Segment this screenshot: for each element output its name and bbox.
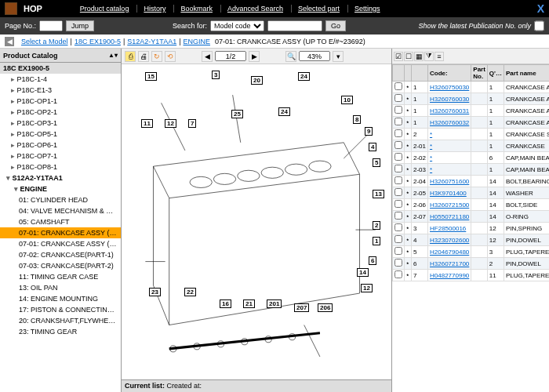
tree-sub-item[interactable]: 05: CAMSHAFT	[0, 216, 121, 227]
part-code-link[interactable]: *	[430, 166, 432, 173]
table-row[interactable]: ⭑4H323070260012PIN,DOWEL	[393, 234, 550, 246]
zoom-level[interactable]	[299, 51, 330, 61]
callout[interactable]: 7	[188, 119, 196, 128]
tree-item[interactable]: P18C-OP3-1	[0, 118, 121, 129]
go-button[interactable]: Go	[325, 20, 346, 31]
bookmark-icon[interactable]: ⭑	[405, 105, 412, 117]
row-checkbox[interactable]	[394, 200, 402, 208]
part-code-link[interactable]: H3260760032	[430, 119, 469, 126]
table-row[interactable]: ⭑2-07H055072118014O-RING	[393, 211, 550, 223]
part-code-link[interactable]: *	[430, 154, 432, 162]
check-all-icon[interactable]: ☑	[394, 52, 403, 61]
callout[interactable]: 11	[141, 119, 153, 128]
grid-icon[interactable]: ▦	[414, 52, 424, 61]
callout[interactable]: 22	[184, 288, 196, 296]
export-icon[interactable]: ⎙	[125, 51, 136, 62]
callout[interactable]: 4	[369, 143, 376, 151]
tree-item[interactable]: P18C-OP5-1	[0, 129, 121, 140]
crumb-engine[interactable]: ENGINE	[184, 38, 211, 45]
tree-item-expanded[interactable]: S12A2-Y1TAA1	[0, 172, 121, 183]
bookmark-icon[interactable]: ⭑	[405, 129, 412, 140]
part-code-link[interactable]: H3260760031	[430, 107, 469, 114]
callout[interactable]: 3	[212, 71, 220, 79]
row-checkbox[interactable]	[394, 212, 402, 220]
table-row[interactable]: ⭑2-06H326072150014BOLT,SIDE	[393, 199, 550, 211]
part-code-link[interactable]: H3260721700	[430, 260, 469, 267]
callout[interactable]: 5	[373, 158, 380, 167]
uncheck-all-icon[interactable]: ☐	[404, 52, 413, 61]
diagram-viewport[interactable]: 15 3 20 24 11 12 7 25 24 10 8 9 4 5 13 2…	[122, 64, 391, 379]
row-checkbox[interactable]	[394, 165, 402, 172]
bookmark-icon[interactable]: ⭑	[405, 82, 412, 93]
callout[interactable]: 13	[373, 190, 384, 198]
row-checkbox[interactable]	[394, 188, 402, 196]
tree-sub-item[interactable]: 01: CYLINDER HEAD	[0, 194, 121, 205]
search-mode-select[interactable]: Model code	[210, 20, 264, 31]
page-no-input[interactable]	[39, 20, 63, 31]
tree-sub-item[interactable]: 04: VALVE MECHANISM & ROCKER	[0, 205, 121, 216]
bookmark-icon[interactable]: ⭑	[405, 246, 412, 258]
reset-icon[interactable]: ⟲	[165, 51, 176, 62]
callout[interactable]: 10	[341, 96, 353, 104]
row-checkbox[interactable]	[394, 153, 402, 161]
nav-selected-part[interactable]: Selected part	[291, 5, 346, 13]
row-checkbox[interactable]	[394, 235, 402, 243]
part-code-link[interactable]: HF28500016	[430, 225, 466, 232]
row-checkbox[interactable]	[394, 106, 402, 114]
column-header[interactable]: Part name	[504, 65, 549, 82]
tree-item[interactable]: P18C-1-4	[0, 74, 121, 85]
callout[interactable]: 12	[165, 119, 176, 128]
tree-sub-item[interactable]: 13: OIL PAN	[0, 282, 121, 293]
search-input[interactable]	[267, 20, 322, 31]
print-icon[interactable]: 🖨	[138, 51, 149, 62]
prev-page-icon[interactable]: ◀	[202, 51, 213, 62]
tree-root[interactable]: 18C EX1900-5	[0, 63, 121, 74]
table-row[interactable]: ⭑6H32607217002PIN,DOWEL	[393, 258, 550, 270]
callout[interactable]: 14	[357, 268, 369, 277]
row-checkbox[interactable]	[394, 270, 402, 278]
table-row[interactable]: ⭑1H32607600321CRANKCASE ASSY	[393, 117, 550, 129]
bookmark-icon[interactable]: ⭑	[405, 140, 412, 152]
tree-sub-item[interactable]: 07-03: CRANKCASE(PART-2)	[0, 260, 121, 271]
nav-settings[interactable]: Settings	[347, 5, 387, 13]
nav-advanced-search[interactable]: Advanced Search	[220, 5, 289, 13]
tree-sub-parent[interactable]: ENGINE	[0, 183, 121, 194]
row-checkbox[interactable]	[394, 259, 402, 267]
table-row[interactable]: ⭑1H32607600311CRANKCASE ASSY	[393, 105, 550, 117]
table-row[interactable]: ⭑3HF2850001612PIN,SPRING	[393, 223, 550, 234]
tree-sub-item[interactable]: 20: CRANKSHAFT,FLYWHEEL & DA	[0, 315, 121, 326]
column-header[interactable]	[405, 65, 412, 82]
bookmark-icon[interactable]: ⭑	[405, 187, 412, 199]
collapse-sidebar-icon[interactable]: ◀	[5, 37, 14, 46]
tree-item[interactable]: P18C-OP1-1	[0, 96, 121, 107]
column-header[interactable]: Code:	[428, 65, 471, 82]
bookmark-icon[interactable]: ⭑	[405, 270, 412, 281]
callout[interactable]: 15	[145, 72, 157, 81]
tree-sub-item[interactable]: 14: ENGINE MOUNTING	[0, 293, 121, 304]
part-code-link[interactable]: H0550721180	[430, 213, 469, 220]
part-code-link[interactable]: H3K9701400	[430, 190, 467, 197]
table-row[interactable]: ⭑1H32607500301CRANKCASE ASSY	[393, 82, 550, 93]
tree-sub-item[interactable]: 17: PISTON & CONNECTING-ROD	[0, 304, 121, 315]
table-row[interactable]: ⭑5H20467904803PLUG,TAPERED	[393, 246, 550, 258]
table-row[interactable]: ⭑2-02*6CAP,MAIN BEAR…	[393, 152, 550, 164]
part-code-link[interactable]: H3260760030	[430, 96, 469, 103]
part-code-link[interactable]: H3260721500	[430, 201, 469, 209]
callout[interactable]: 2	[373, 221, 380, 230]
bookmark-icon[interactable]: ⭑	[405, 164, 412, 176]
row-checkbox[interactable]	[394, 118, 402, 125]
sort-icon[interactable]: ▲▾	[108, 52, 118, 59]
row-checkbox[interactable]	[394, 141, 402, 149]
table-row[interactable]: ⭑2-05H3K970140014WASHER	[393, 187, 550, 199]
bookmark-icon[interactable]: ⭑	[405, 211, 412, 223]
callout[interactable]: 6	[369, 256, 376, 265]
table-row[interactable]: ⭑2*1CRANKCASE SUB…	[393, 129, 550, 140]
table-row[interactable]: ⭑7H048277099011PLUG,TAPERED	[393, 270, 550, 281]
row-checkbox[interactable]	[394, 176, 402, 184]
tree-item[interactable]: P18C-OP6-1	[0, 140, 121, 151]
row-checkbox[interactable]	[394, 94, 402, 102]
callout[interactable]: 25	[231, 110, 243, 118]
callout[interactable]: 1	[373, 237, 380, 245]
nav-product-catalog[interactable]: Product catalog	[74, 5, 136, 13]
callout[interactable]: 23	[149, 288, 161, 296]
